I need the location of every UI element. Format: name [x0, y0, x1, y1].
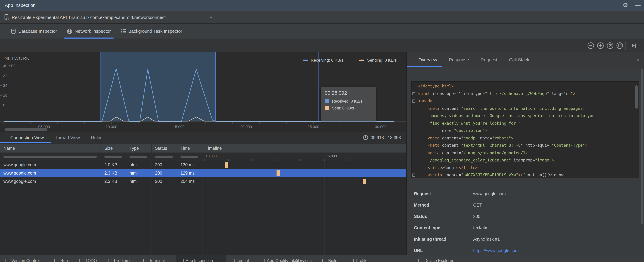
connections-table-header[interactable]: NameSizeTypeStatusTimeTimeline: [0, 144, 406, 152]
tab-response[interactable]: Response: [443, 52, 475, 67]
column-header-type[interactable]: Type: [126, 144, 152, 152]
cell-name: www.google.com: [0, 161, 101, 169]
code-token-plain: itemprop=: [511, 158, 535, 162]
code-token-tag: <html: [418, 91, 430, 96]
cell-status: 200: [152, 177, 177, 186]
field-content-type: Content typetext/html: [414, 226, 638, 237]
tool-window-button-build[interactable]: Build: [322, 258, 337, 262]
code-token-tag: <meta: [428, 106, 440, 111]
table-row[interactable]: www.google.com2.3 KBhtml200204 ms: [0, 177, 406, 186]
tool-window-button-services[interactable]: Services: [290, 258, 312, 262]
tab-label: Database Inspector: [18, 28, 57, 34]
zoom-in-icon[interactable]: [597, 42, 604, 49]
tool-window-button-terminal[interactable]: Terminal: [143, 258, 165, 262]
tab-background-task-inspector[interactable]: Background Task Inspector: [116, 24, 187, 38]
code-line: <meta content="Search the world's inform…: [418, 105, 585, 112]
reset-zoom-icon[interactable]: [606, 42, 614, 49]
code-token-plain: content=: [440, 136, 461, 140]
task-list-icon: [120, 29, 126, 34]
tool-window-button-version-control[interactable]: Version Control: [6, 258, 40, 262]
column-header-time[interactable]: Time: [177, 144, 202, 152]
connections-table-body[interactable]: www.google.com2.0 KBhtml200130 mswww.goo…: [0, 161, 406, 255]
tool-window-button-app-inspection[interactable]: App Inspection: [180, 258, 213, 262]
field-value: AsyncTask #1: [473, 237, 500, 242]
device-process-bar[interactable]: Resizable Experimental API Tiramisu > co…: [0, 11, 644, 24]
code-scrollbar-thumb[interactable]: [636, 86, 638, 109]
cell-type: html: [126, 177, 152, 186]
code-token-str: find exactly what you're looking for.": [418, 121, 520, 126]
code-line: images, videos and more. Google has many…: [418, 112, 594, 120]
column-range-bar[interactable]: [104, 156, 122, 158]
chevron-down-icon[interactable]: ▾: [210, 11, 212, 24]
y-axis-tick: [0, 66, 2, 66]
tab-call-stack[interactable]: Call Stack: [503, 52, 535, 67]
tab-network-inspector[interactable]: Network Inspector: [62, 24, 116, 38]
tab-rules[interactable]: Rules: [86, 132, 108, 143]
tool-window-button-problems[interactable]: Problems: [108, 258, 132, 262]
panel-scrollbar-thumb[interactable]: [641, 69, 643, 224]
field-request: Requestwww.google.com: [414, 192, 638, 203]
tool-window-label: Terminal: [149, 258, 165, 262]
table-row[interactable]: www.google.com2.0 KBhtml200130 ms: [0, 161, 406, 169]
selected-range: 09.918 - 18.398: [363, 132, 401, 143]
zoom-to-selection-icon[interactable]: [616, 42, 623, 49]
column-header-name[interactable]: Name: [0, 144, 101, 152]
cell-type: html: [126, 169, 152, 177]
tab-label: Background Task Inspector: [128, 28, 182, 34]
column-range-bar[interactable]: [155, 156, 173, 158]
code-fold-icon[interactable]: –: [412, 92, 415, 95]
hide-window-icon[interactable]: [635, 5, 640, 6]
tab-request[interactable]: Request: [475, 52, 503, 67]
connection-detail-panel: OverviewResponseRequestCall Stack ✕ <!do…: [408, 52, 644, 255]
code-token-plain: http-equiv=: [523, 143, 552, 148]
tool-window-label: Build: [328, 258, 337, 262]
code-token-tag: >: [518, 172, 521, 177]
column-header-size[interactable]: Size: [101, 144, 126, 152]
code-token-tag: >: [511, 136, 514, 140]
column-header-status[interactable]: Status: [152, 144, 177, 152]
code-token-tag: >: [573, 91, 576, 96]
logcat-icon: [231, 259, 234, 262]
tool-window-bar: Version ControlRunTODOProblemsTerminalAp…: [0, 255, 644, 262]
tool-window-button-profiler[interactable]: Profiler: [350, 258, 369, 262]
field-method: MethodGET: [414, 203, 638, 214]
tab-thread-view[interactable]: Thread View: [50, 132, 86, 143]
gear-icon[interactable]: ⚙: [622, 2, 629, 9]
code-fold-icon[interactable]: –: [412, 174, 415, 176]
code-token-str: "description": [454, 128, 485, 133]
code-fold-icon[interactable]: –: [412, 100, 415, 102]
column-range-bar[interactable]: [130, 156, 148, 158]
timeline-scrollbar-thumb[interactable]: [5, 128, 47, 131]
tooltip-label: Received: 0 KB/s: [332, 99, 362, 103]
services-icon: [290, 259, 294, 262]
jump-to-live-icon[interactable]: [630, 42, 637, 49]
y-axis-label: 40 KB/s: [3, 64, 16, 68]
field-label: Initiating thread: [414, 237, 446, 242]
tool-window-button-device-explorer[interactable]: Device Explorer: [418, 258, 454, 262]
network-chart-panel[interactable]: 05.00010.00015.00020.00025.00030.000 NET…: [0, 52, 406, 132]
insights-icon: [261, 259, 265, 262]
x-axis-tick: 30.000: [375, 125, 386, 129]
field-value-link[interactable]: https://www.google.com: [473, 248, 519, 253]
response-preview-code[interactable]: <!doctype html><html itemscope="" itemty…: [411, 81, 639, 178]
column-range-bar[interactable]: [4, 156, 97, 158]
tool-window-button-logcat[interactable]: Logcat: [231, 258, 249, 262]
column-header-timeline[interactable]: Timeline: [202, 144, 406, 152]
tool-window-label: Device Explorer: [424, 258, 454, 262]
tool-window-button-todo[interactable]: TODO: [79, 258, 97, 262]
column-range-bar[interactable]: [180, 156, 198, 158]
cell-status: 200: [152, 161, 177, 169]
tab-connection-view[interactable]: Connection View: [5, 132, 50, 143]
close-icon[interactable]: ✕: [636, 52, 640, 67]
toolbar-separator: [626, 42, 626, 50]
code-line: <!doctype html>: [418, 83, 454, 90]
code-token-str: /googleg_standard_color_128dp.png": [418, 158, 511, 162]
table-row[interactable]: www.google.com2.3 KBhtml200129 ms: [0, 169, 406, 177]
code-line: <html itemscope="" itemtype="http://sche…: [418, 90, 576, 98]
tool-window-button-run[interactable]: Run: [54, 258, 68, 262]
ruler-tick: [348, 159, 349, 161]
zoom-out-icon[interactable]: [587, 42, 594, 49]
tab-overview[interactable]: Overview: [412, 52, 443, 67]
tab-database-inspector[interactable]: Database Inspector: [6, 24, 62, 38]
field-initiating-thread: Initiating threadAsyncTask #1: [414, 237, 638, 248]
